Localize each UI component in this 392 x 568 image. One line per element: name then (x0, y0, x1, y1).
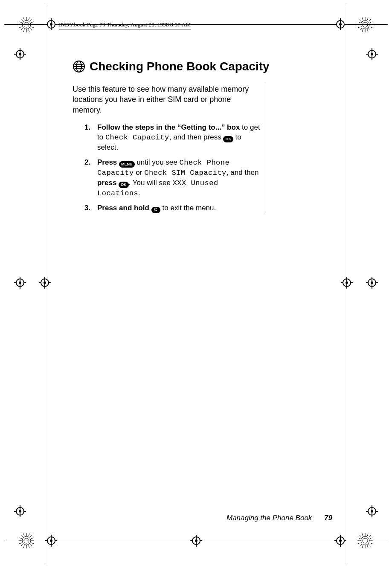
svg-line-48 (23, 545, 24, 548)
svg-line-63 (369, 535, 371, 537)
svg-line-11 (29, 17, 29, 20)
corner-ornament-top-left (18, 16, 35, 33)
step-2-text-1: until you see (135, 158, 180, 166)
footer-section-title: Managing the Phone Book (226, 514, 312, 522)
step-number: 2. (84, 158, 90, 168)
svg-line-9 (30, 19, 32, 21)
step-3: 3. Press and hold C to exit the menu. (84, 203, 264, 213)
svg-line-31 (367, 29, 368, 32)
c-key-icon: C (151, 207, 160, 213)
svg-line-45 (30, 535, 32, 537)
svg-line-12 (23, 29, 24, 32)
column-rule (263, 83, 263, 212)
reg-mark-inner-right-mid (341, 277, 353, 289)
svg-line-28 (362, 17, 363, 20)
svg-line-25 (369, 28, 371, 30)
steps-list: 1. Follow the steps in the “Getting to..… (84, 123, 264, 214)
heading-row: Checking Phone Book Capacity (73, 60, 328, 73)
running-header: INDY.book Page 79 Thursday, August 20, 1… (59, 21, 191, 29)
svg-line-6 (21, 19, 23, 21)
globe-icon (73, 60, 85, 73)
svg-line-68 (358, 538, 360, 539)
svg-line-53 (31, 543, 34, 544)
page-footer: Managing the Phone Book 79 (0, 514, 392, 522)
svg-line-26 (360, 28, 362, 30)
reg-mark-top-right (334, 18, 346, 30)
reg-mark-bottom-left (45, 535, 57, 547)
step-3-lead: Press and hold (97, 204, 149, 212)
reg-mark-top-left (45, 18, 57, 30)
svg-line-66 (362, 545, 363, 548)
svg-line-65 (367, 533, 368, 536)
page-number: 79 (324, 514, 332, 522)
reg-mark-right-upper (366, 48, 378, 60)
svg-line-35 (370, 27, 372, 28)
corner-ornament-bottom-right (357, 532, 374, 549)
svg-line-61 (369, 544, 371, 546)
page-title: Checking Phone Book Capacity (90, 60, 270, 73)
svg-point-36 (24, 538, 29, 543)
corner-ornament-top-right (357, 16, 374, 33)
svg-line-16 (31, 22, 34, 23)
svg-point-37 (22, 536, 31, 545)
svg-line-49 (29, 545, 29, 548)
reg-mark-left-mid (14, 277, 26, 289)
intro-paragraph: Use this feature to see how many availab… (73, 84, 256, 115)
ok-key-icon: OK (119, 182, 129, 188)
step-2-lead: Press (97, 158, 117, 166)
step-2-text-2: or (134, 168, 145, 177)
svg-line-27 (369, 19, 371, 21)
reg-mark-bottom-right (334, 535, 346, 547)
svg-line-10 (23, 17, 24, 20)
svg-line-51 (19, 543, 22, 544)
svg-line-43 (30, 544, 32, 546)
svg-line-70 (370, 538, 372, 539)
svg-line-47 (29, 533, 29, 536)
svg-line-46 (23, 533, 24, 536)
svg-point-19 (361, 20, 369, 29)
menu-key-icon: MENU (119, 161, 135, 168)
svg-line-62 (360, 544, 362, 546)
svg-point-55 (361, 536, 369, 545)
svg-line-64 (362, 533, 363, 536)
svg-line-32 (358, 22, 360, 23)
reg-mark-inner-left-mid (39, 277, 51, 289)
step-2-lcd-2: Check SIM Capacity (144, 169, 226, 177)
svg-line-52 (31, 538, 34, 539)
svg-line-60 (360, 535, 362, 537)
svg-line-44 (21, 544, 23, 546)
step-2-text-5: . (138, 189, 140, 197)
svg-point-18 (363, 22, 368, 27)
step-2-text-3: , and then (226, 168, 259, 177)
reg-mark-bottom-center (190, 535, 202, 547)
svg-line-17 (31, 27, 34, 28)
svg-line-13 (29, 29, 29, 32)
svg-line-14 (19, 22, 22, 23)
svg-line-24 (360, 19, 362, 21)
step-1-lcd-1: Check Capacity (105, 133, 169, 142)
reg-mark-left-upper (14, 48, 26, 60)
svg-point-54 (363, 538, 368, 543)
svg-line-29 (367, 17, 368, 20)
svg-line-30 (362, 29, 363, 32)
step-number: 1. (84, 123, 90, 133)
svg-line-7 (30, 28, 32, 30)
svg-line-71 (370, 543, 372, 544)
ok-key-icon: OK (223, 136, 233, 142)
step-1-lead: Follow the steps in the “Getting to...” … (97, 123, 240, 131)
svg-line-15 (19, 27, 22, 28)
step-2-press: press (97, 179, 116, 187)
svg-line-42 (21, 535, 23, 537)
step-1: 1. Follow the steps in the “Getting to..… (84, 123, 264, 153)
step-1-text-2: , and then press (169, 133, 224, 141)
page-content: Checking Phone Book Capacity Use this fe… (73, 60, 328, 218)
svg-line-8 (21, 28, 23, 30)
svg-line-67 (367, 545, 368, 548)
step-number: 3. (84, 203, 90, 213)
svg-point-0 (24, 22, 29, 27)
svg-line-69 (358, 543, 360, 544)
corner-ornament-bottom-left (18, 532, 35, 549)
step-2: 2. Press MENU until you see Check Phone … (84, 158, 264, 199)
svg-line-34 (370, 22, 372, 23)
step-3-text-1: to exit the menu. (160, 204, 216, 212)
